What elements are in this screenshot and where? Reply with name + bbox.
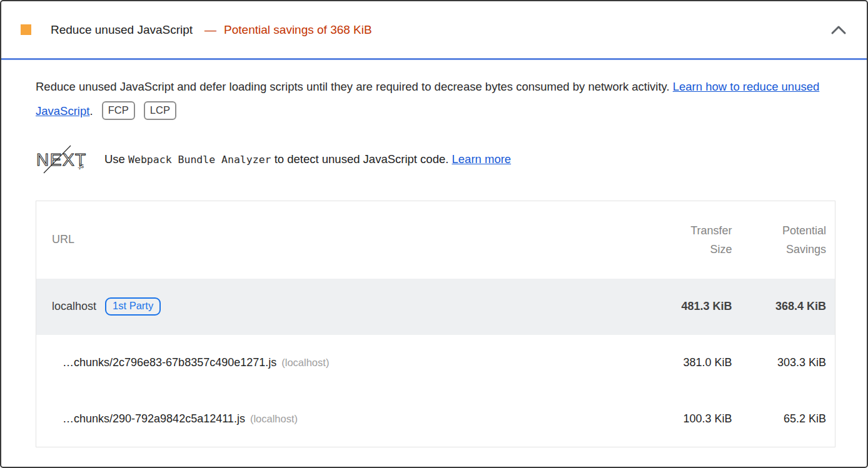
transfer-size-cell: 481.3 KiB	[632, 279, 739, 335]
potential-savings-cell: 65.2 KiB	[739, 391, 835, 447]
lighthouse-audit-panel: Reduce unused JavaScript — Potential sav…	[0, 0, 868, 468]
description-text: Reduce unused JavaScript and defer loadi…	[36, 80, 670, 93]
severity-square-icon	[21, 24, 31, 35]
learn-more-link[interactable]: Learn more	[452, 152, 512, 166]
url-cell: localhost1st Party	[36, 279, 632, 335]
fcp-badge: FCP	[102, 101, 135, 120]
url-text: localhost	[52, 300, 96, 312]
host-label: (localhost)	[250, 413, 298, 424]
column-header-url: URL	[36, 201, 632, 279]
audit-header[interactable]: Reduce unused JavaScript — Potential sav…	[1, 1, 867, 58]
url-text: …chunks/290-792a9842c5a12411.js	[63, 412, 245, 425]
stack-pack: NEXT .js Use Webpack Bundle Analyzer to …	[36, 145, 849, 174]
title-dash: —	[204, 23, 216, 37]
stack-pack-middle: to detect unused JavaScript code.	[275, 152, 449, 166]
transfer-size-cell: 381.0 KiB	[632, 335, 739, 391]
table-row-chunk-1: …chunks/2c796e83-67b8357c490e1271.js(loc…	[36, 335, 835, 391]
table-row-localhost: localhost1st Party 481.3 KiB 368.4 KiB	[36, 279, 835, 335]
stack-pack-prefix: Use	[104, 152, 125, 166]
nextjs-logo-icon: NEXT .js	[36, 145, 88, 174]
url-cell: …chunks/2c796e83-67b8357c490e1271.js(loc…	[36, 335, 632, 391]
host-label: (localhost)	[281, 357, 329, 368]
url-cell: …chunks/290-792a9842c5a12411.js(localhos…	[36, 391, 632, 447]
audit-description: Reduce unused JavaScript and defer loadi…	[36, 74, 849, 123]
potential-savings-cell: 303.3 KiB	[739, 335, 835, 391]
audit-title: Reduce unused JavaScript	[51, 23, 193, 37]
column-header-potential-savings: Potential Savings	[739, 201, 835, 279]
collapse-button[interactable]	[827, 21, 850, 39]
audit-content: Reduce unused JavaScript and defer loadi…	[1, 74, 867, 447]
description-period: .	[89, 104, 93, 117]
stack-pack-text: Use Webpack Bundle Analyzer to detect un…	[104, 152, 511, 166]
header-divider	[1, 58, 867, 60]
transfer-size-cell: 100.3 KiB	[632, 391, 739, 447]
table-header-row: URL Transfer Size Potential Savings	[36, 201, 835, 279]
nextjs-logo-suffix: .js	[78, 162, 84, 169]
audit-table: URL Transfer Size Potential Savings loca…	[36, 201, 835, 447]
url-text: …chunks/2c796e83-67b8357c490e1271.js	[63, 356, 276, 369]
column-header-transfer-size: Transfer Size	[632, 201, 739, 279]
potential-savings-cell: 368.4 KiB	[739, 279, 835, 335]
chevron-up-icon	[830, 25, 847, 35]
first-party-chip: 1st Party	[105, 297, 161, 316]
table-row-chunk-2: …chunks/290-792a9842c5a12411.js(localhos…	[36, 391, 835, 447]
lcp-badge: LCP	[144, 101, 176, 120]
stack-pack-code: Webpack Bundle Analyzer	[128, 154, 271, 166]
audit-display-value: Potential savings of 368 KiB	[224, 23, 372, 37]
